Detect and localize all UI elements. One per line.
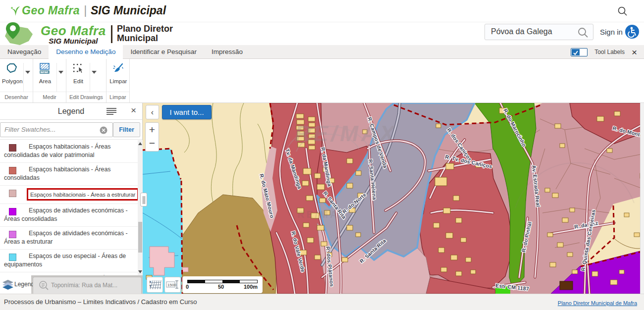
filter-swatches-input[interactable]: Filter Swatches...	[0, 122, 113, 137]
legend-item-0[interactable]: Espaços habitacionais - Áreas consolidad…	[0, 140, 138, 163]
app-window: Geo Mafra|SIG Municipal Geo Mafra SIG Mu…	[0, 0, 644, 310]
sign-in-link[interactable]: Sign in	[600, 28, 623, 36]
panel-resize-handle[interactable]	[140, 193, 147, 207]
panel-collapse-button[interactable]: ‹	[146, 105, 159, 119]
legend-item-5[interactable]: Espaços de uso especial - Áreas de equip…	[0, 250, 138, 272]
footer-status-text: Processos de Urbanismo – Limites Indicat…	[4, 298, 197, 306]
toolbar-group-label: Edit Drawings	[66, 92, 106, 103]
toolbar-group-edit-drawings: EditEdit Drawings	[66, 59, 107, 103]
legend-swatch	[9, 144, 16, 152]
toolbar-group-label: Medir	[33, 92, 66, 103]
logo-text: Geo Mafra SIG Municipal	[41, 23, 106, 45]
panel-menu-icon[interactable]	[107, 107, 116, 115]
legend-swatch	[9, 254, 16, 261]
legend-swatch	[9, 231, 16, 238]
legend-panel-title: Legend	[0, 103, 142, 119]
legend-item-3[interactable]: Espaços de atividades económicas - Áreas…	[0, 204, 138, 227]
legend-swatch	[9, 190, 16, 197]
scroll-down-icon[interactable]	[138, 270, 142, 273]
legend-filter-row: Filter Swatches... Filter	[0, 120, 142, 140]
tool-labels-toggle[interactable]	[571, 48, 588, 56]
search-submit-icon[interactable]	[577, 27, 589, 39]
app-title: Plano Diretor Municipal	[117, 24, 173, 43]
legend-panel-header: Legend ×	[0, 103, 142, 120]
zoom-in-button[interactable]: +	[145, 122, 159, 137]
legend-label: Espaços habitacionais - Áreas consolidad…	[4, 143, 137, 159]
legend-label-highlighted: Espaços habitacionais - Áreas a estrutur…	[27, 188, 138, 201]
svg-text:Y: Y	[149, 284, 152, 288]
toolbar-group-limpar: LimparLimpar	[107, 59, 130, 103]
logo-divider	[111, 25, 112, 43]
map-canvas[interactable]: RE/MAX RE/MAX Tv. da MandingaR. da Mandi…	[143, 103, 644, 294]
main-header: Geo Mafra SIG Municipal Plano Diretor Mu…	[0, 22, 644, 45]
i-want-to-button[interactable]: I want to...	[162, 105, 212, 119]
legend-scrollbar[interactable]	[138, 140, 143, 275]
toolbar-group-desenhar: PolygonDesenhar	[0, 59, 33, 103]
toolbar-group-label: Limpar	[107, 92, 129, 103]
tool-dropdown-caret[interactable]	[56, 63, 65, 92]
legend-item-4[interactable]: Espaços de atividades económicas - Áreas…	[0, 227, 138, 250]
legend-item-2[interactable]: Espaços habitacionais - Áreas a estrutur…	[0, 186, 138, 204]
tab-desenho-e-medicao[interactable]: Desenho e Medição	[49, 45, 123, 59]
scale-display-button[interactable]: 1500	[164, 277, 181, 293]
search-value: Póvoa da Galega	[491, 27, 552, 36]
map-viewport[interactable]: RE/MAX RE/MAX Tv. da MandingaR. da Mandi…	[143, 103, 644, 294]
scroll-up-icon[interactable]	[138, 142, 142, 145]
layers-icon	[2, 280, 13, 290]
legend-swatch	[9, 208, 16, 215]
svg-text:1500: 1500	[167, 283, 176, 287]
tool-edit-button[interactable]: Edit	[68, 63, 88, 92]
scrollbar-thumb[interactable]	[138, 222, 142, 253]
clear-filter-icon[interactable]	[100, 126, 107, 134]
edit-icon	[72, 67, 84, 75]
close-toolbar-icon[interactable]: ×	[632, 48, 637, 57]
panel-close-icon[interactable]: ×	[131, 105, 136, 116]
footer-link[interactable]: Plano Diretor Municipal de Mafra	[558, 300, 637, 306]
svg-text:X: X	[149, 280, 152, 284]
tool-limpar-button[interactable]: Limpar	[108, 63, 128, 92]
chevron-down-icon	[92, 71, 97, 74]
toolbar: PolygonDesenharAreaMedirEditEdit Drawing…	[0, 59, 644, 103]
tool-dropdown-caret[interactable]	[90, 63, 98, 92]
legend-label: Espaços habitacionais - Áreas consolidad…	[4, 165, 137, 182]
ribbon-tab-bar: NavegaçãoDesenho e MediçãoIdentificar e …	[0, 45, 644, 59]
brand-title: Geo Mafra|SIG Municipal	[22, 4, 166, 17]
tab-identificar-e-pesquisar[interactable]: Identificar e Pesquisar	[123, 45, 204, 59]
polygon-icon	[6, 67, 18, 75]
brown-building	[560, 281, 573, 290]
scalebar-graphic	[187, 280, 258, 283]
coordinate-grid-button[interactable]: X Y	[147, 277, 163, 293]
bottom-tab-legend[interactable]: Legend	[0, 275, 31, 294]
bottom-tab-toponymy[interactable]: Toponímia: Rua da Mat...	[33, 277, 142, 294]
scalebar-mid: 50	[218, 284, 224, 290]
tab-impressao[interactable]: Impressão	[204, 45, 250, 59]
top-brand-bar: Geo Mafra|SIG Municipal	[0, 0, 644, 22]
toolbar-group-label: Desenhar	[0, 92, 33, 103]
list-search-icon	[39, 281, 49, 291]
scalebar-start: 0	[186, 284, 189, 290]
legend-panel: Legend × Filter Swatches... Filter Espaç…	[0, 103, 143, 275]
zoom-out-button[interactable]: −	[145, 137, 159, 152]
legend-label: Espaços de atividades económicas - Áreas…	[4, 229, 137, 246]
filter-placeholder: Filter Swatches...	[4, 126, 56, 133]
tool-area-button[interactable]: Area	[35, 63, 55, 92]
svg-text:RE/MAX: RE/MAX	[295, 121, 397, 146]
chevron-down-icon	[58, 71, 63, 74]
legend-swatch	[9, 167, 16, 174]
filter-button[interactable]: Filter	[113, 122, 140, 137]
search-icon[interactable]	[617, 6, 628, 17]
bottom-tab-bar: Legend Toponímia: Rua da Mat...	[0, 275, 143, 294]
search-input[interactable]: Póvoa da Galega	[484, 24, 593, 40]
page-scrollbar[interactable]	[640, 103, 644, 310]
tab-navegacao[interactable]: Navegação	[0, 45, 49, 59]
toolbar-group-medir: AreaMedir	[33, 59, 66, 103]
scalebar-end: 100m	[244, 284, 258, 290]
plant-icon	[10, 5, 21, 17]
broom-icon	[112, 67, 124, 75]
tool-polygon-button[interactable]: Polygon	[2, 63, 22, 92]
legend-item-1[interactable]: Espaços habitacionais - Áreas consolidad…	[0, 163, 138, 186]
area-icon	[39, 67, 51, 75]
chevron-down-icon	[25, 71, 30, 74]
accessibility-icon[interactable]	[625, 25, 639, 39]
tool-dropdown-caret[interactable]	[23, 63, 32, 92]
